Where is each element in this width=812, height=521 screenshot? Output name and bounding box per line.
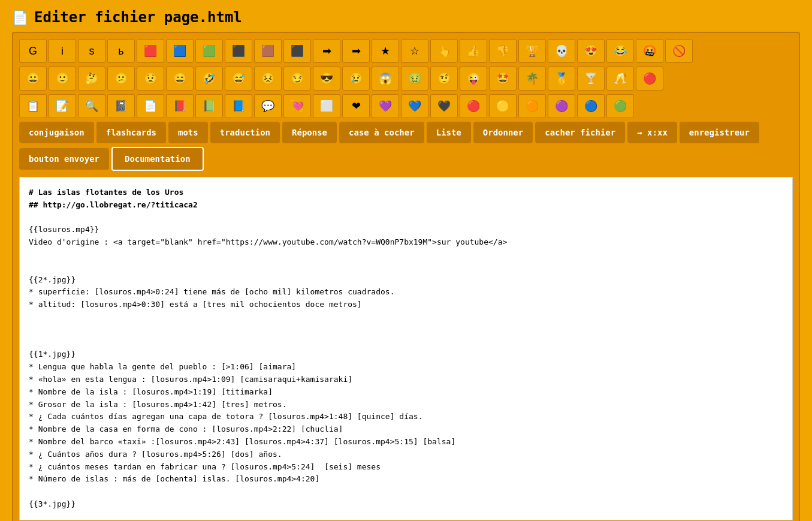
traduction-btn[interactable]: traduction bbox=[210, 122, 280, 143]
cyrillic-icon-btn[interactable]: ь bbox=[107, 39, 135, 63]
strikethrough-icon-btn[interactable]: s bbox=[78, 39, 105, 63]
notebook-icon-btn[interactable]: 📓 bbox=[107, 94, 135, 118]
medal-icon-btn[interactable]: 🥇 bbox=[548, 67, 575, 91]
red-dot-icon-btn[interactable]: 🔴 bbox=[460, 94, 487, 118]
smile1-icon-btn[interactable]: 😀 bbox=[19, 67, 47, 91]
star-filled-icon-btn[interactable]: ★ bbox=[372, 39, 399, 63]
palm-icon-btn[interactable]: 🌴 bbox=[518, 67, 546, 91]
toolbar-row-1: Gisь🟥🟦🟩⬛🟫⬛➡➡★☆👆👍👎🏆💀😍😂🤬🚫 bbox=[19, 39, 793, 63]
book-green-icon-btn[interactable]: 📗 bbox=[195, 94, 223, 118]
heart-eyes-icon-btn[interactable]: 😍 bbox=[577, 39, 605, 63]
book-blue-icon-btn[interactable]: 📘 bbox=[225, 94, 252, 118]
smirk-icon-btn[interactable]: 😏 bbox=[283, 67, 311, 91]
grin-icon-btn[interactable]: 😄 bbox=[166, 67, 194, 91]
main-container: Gisь🟥🟦🟩⬛🟫⬛➡➡★☆👆👍👎🏆💀😍😂🤬🚫 😀🙂🤔😕😟😄🤣😅😣😏😎😢😱🤢🤨😜… bbox=[12, 32, 800, 521]
black-square-icon-btn[interactable]: ⬛ bbox=[283, 39, 311, 63]
toolbar-row-3: 📋📝🔍📓📄📕📗📘💬💘⬜❤💜💙🖤🔴🟡🟠🟣🔵🟢 bbox=[19, 94, 793, 118]
purple-dot-icon-btn[interactable]: 🟣 bbox=[548, 94, 575, 118]
header-title: Editer fichier page.html bbox=[34, 9, 242, 26]
bold-g-icon-btn[interactable]: G bbox=[19, 39, 47, 63]
book-red-icon-btn[interactable]: 📕 bbox=[166, 94, 194, 118]
italic-icon-btn[interactable]: i bbox=[49, 39, 76, 63]
think-icon-btn[interactable]: 🤔 bbox=[78, 67, 105, 91]
angry-icon-btn[interactable]: 🤬 bbox=[636, 39, 663, 63]
point-up-icon-btn[interactable]: 👆 bbox=[430, 39, 458, 63]
ordonner-btn[interactable]: Ordonner bbox=[473, 122, 533, 143]
editor-content[interactable]: # Las islas flotantes de los Uros## http… bbox=[29, 186, 783, 511]
orange-dot-icon-btn[interactable]: 🟠 bbox=[518, 94, 546, 118]
trophy-icon-btn[interactable]: 🏆 bbox=[518, 39, 546, 63]
worried-icon-btn[interactable]: 😟 bbox=[137, 67, 164, 91]
cocktail-icon-btn[interactable]: 🍸 bbox=[577, 67, 605, 91]
case-a-cocher-btn[interactable]: case à cocher bbox=[339, 122, 424, 143]
liste-btn[interactable]: Liste bbox=[427, 122, 471, 143]
persevere-icon-btn[interactable]: 😣 bbox=[254, 67, 282, 91]
heart-arrow-icon-btn[interactable]: 💘 bbox=[283, 94, 311, 118]
empty-square-icon-btn[interactable]: ⬛ bbox=[225, 39, 252, 63]
mots-btn[interactable]: mots bbox=[168, 122, 208, 143]
toast-icon-btn[interactable]: 🥂 bbox=[606, 67, 634, 91]
enregistreur-btn[interactable]: enregistreur bbox=[680, 122, 759, 143]
clipboard-icon-btn[interactable]: 📋 bbox=[19, 94, 47, 118]
star-struck-icon-btn[interactable]: 🤩 bbox=[489, 67, 517, 91]
thumbs-down-icon-btn[interactable]: 👎 bbox=[489, 39, 517, 63]
cool-icon-btn[interactable]: 😎 bbox=[313, 67, 340, 91]
arrow-right2-icon-btn[interactable]: ➡ bbox=[342, 39, 370, 63]
rofl-icon-btn[interactable]: 🤣 bbox=[195, 67, 223, 91]
header: 📄 Editer fichier page.html bbox=[0, 0, 812, 32]
arrow-time-btn[interactable]: → x:xx bbox=[627, 122, 677, 143]
pencil-icon-btn[interactable]: 📝 bbox=[49, 94, 76, 118]
scream-icon-btn[interactable]: 😱 bbox=[372, 67, 399, 91]
brown-square-icon-btn[interactable]: 🟫 bbox=[254, 39, 282, 63]
skull-icon-btn[interactable]: 💀 bbox=[548, 39, 575, 63]
smile2-icon-btn[interactable]: 🙂 bbox=[49, 67, 76, 91]
raised-brow-icon-btn[interactable]: 🤨 bbox=[430, 67, 458, 91]
page-icon-btn[interactable]: 📄 bbox=[137, 94, 164, 118]
sweat-icon-btn[interactable]: 😅 bbox=[225, 67, 252, 91]
flashcards-btn[interactable]: flashcards bbox=[96, 122, 166, 143]
header-icon: 📄 bbox=[12, 10, 28, 25]
yellow-dot-icon-btn[interactable]: 🟡 bbox=[489, 94, 517, 118]
send-button[interactable]: bouton envoyer bbox=[19, 148, 109, 170]
blue-dot-icon-btn[interactable]: 🔵 bbox=[577, 94, 605, 118]
heart-icon-btn[interactable]: ❤ bbox=[342, 94, 370, 118]
no-icon-btn[interactable]: 🚫 bbox=[665, 39, 693, 63]
cacher-fichier-btn[interactable]: cacher fichier bbox=[535, 122, 625, 143]
laugh-icon-btn[interactable]: 😂 bbox=[606, 39, 634, 63]
speech-icon-btn[interactable]: 💬 bbox=[254, 94, 282, 118]
star-empty-icon-btn[interactable]: ☆ bbox=[401, 39, 428, 63]
blue-heart-icon-btn[interactable]: 💙 bbox=[401, 94, 428, 118]
conjugaison-btn[interactable]: conjugaison bbox=[19, 122, 94, 143]
documentation-button[interactable]: Documentation bbox=[111, 147, 204, 171]
action-buttons-row: conjugaisonflashcardsmotstraductionRépon… bbox=[19, 122, 793, 143]
search-icon-btn[interactable]: 🔍 bbox=[78, 94, 105, 118]
editor-area: # Las islas flotantes de los Uros## http… bbox=[19, 177, 793, 520]
green-square-icon-btn[interactable]: 🟩 bbox=[195, 39, 223, 63]
red-square-icon-btn[interactable]: 🟥 bbox=[137, 39, 164, 63]
purple-heart-icon-btn[interactable]: 💜 bbox=[372, 94, 399, 118]
sick-icon-btn[interactable]: 🤢 bbox=[401, 67, 428, 91]
black-heart-icon-btn[interactable]: 🖤 bbox=[430, 94, 458, 118]
arrow-right-icon-btn[interactable]: ➡ bbox=[313, 39, 340, 63]
wink-icon-btn[interactable]: 😜 bbox=[460, 67, 487, 91]
reponse-btn[interactable]: Réponse bbox=[282, 122, 337, 143]
thumbs-up-icon-btn[interactable]: 👍 bbox=[460, 39, 487, 63]
red-circle-icon-btn[interactable]: 🔴 bbox=[636, 67, 663, 91]
white-square-icon-btn[interactable]: ⬜ bbox=[313, 94, 340, 118]
cry-icon-btn[interactable]: 😢 bbox=[342, 67, 370, 91]
blue-square-icon-btn[interactable]: 🟦 bbox=[166, 39, 194, 63]
confused-icon-btn[interactable]: 😕 bbox=[107, 67, 135, 91]
bottom-row: bouton envoyer Documentation bbox=[19, 147, 793, 171]
toolbar-row-2: 😀🙂🤔😕😟😄🤣😅😣😏😎😢😱🤢🤨😜🤩🌴🥇🍸🥂🔴 bbox=[19, 67, 793, 91]
green-dot-icon-btn[interactable]: 🟢 bbox=[606, 94, 634, 118]
